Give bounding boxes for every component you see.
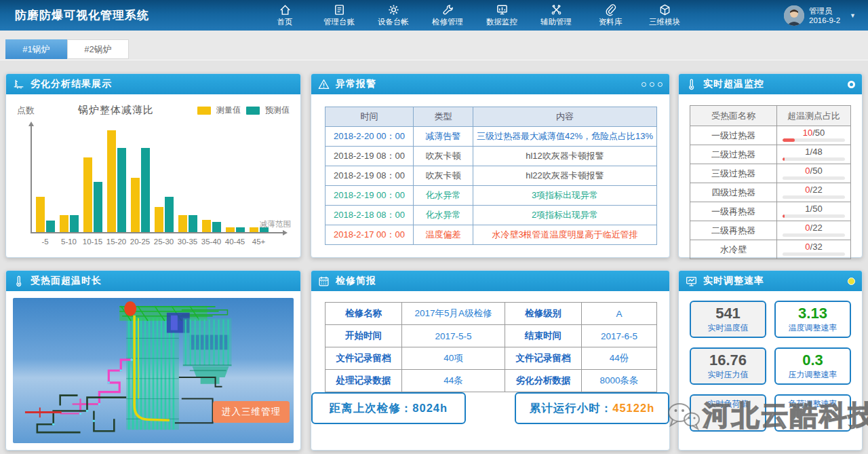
boiler-tabbar: #1锅炉#2锅炉 xyxy=(0,31,868,60)
panel-indicator-dot[interactable] xyxy=(848,278,855,285)
bar-预测值 xyxy=(165,197,174,232)
alarm-table: 时间类型内容 2018-2-20 00：00减薄告警三级过热器最大减薄值42%，… xyxy=(325,107,657,245)
x-tick-label: 40-45 xyxy=(223,238,247,246)
ratio-denominator: /22 xyxy=(810,223,823,233)
maintenance-value: 44条 xyxy=(402,370,505,392)
nav-item-6[interactable]: 辅助管理 xyxy=(529,0,583,31)
bar-预测值 xyxy=(189,215,197,232)
maintenance-value: 2017-6-5 xyxy=(582,325,657,347)
rate-label: 压力调整速率 xyxy=(776,369,850,381)
rate-box-5: 实时负荷值 xyxy=(690,394,766,432)
calendar-icon xyxy=(318,276,330,287)
panel-title: 异常报警 xyxy=(336,78,376,90)
ratio-numerator: 0 xyxy=(805,223,810,233)
gear-icon xyxy=(387,3,400,16)
overtemp-row: 二级再热器0/22 xyxy=(690,221,851,240)
maintenance-value: A xyxy=(582,303,657,325)
top-bar: 防磨防爆可视化管理系统 首页管理台账设备台帐检修管理数据监控辅助管理资料库三维模… xyxy=(0,0,868,31)
enter-3d-button[interactable]: 进入三维管理 xyxy=(213,401,290,423)
nav-item-8[interactable]: 三维模块 xyxy=(637,0,692,31)
stat-button-value: 45122h xyxy=(612,402,654,415)
maintenance-row: 开始时间2017-5-5结束时间2017-6-5 xyxy=(326,325,657,347)
ratio-denominator: /22 xyxy=(810,185,823,195)
panel-options-dots[interactable] xyxy=(642,82,663,87)
nav-item-1[interactable]: 首页 xyxy=(258,0,312,31)
column-header: 时间 xyxy=(326,107,414,127)
bar-预测值 xyxy=(94,182,102,232)
nav-item-label: 三维模块 xyxy=(649,17,680,27)
panel-overtemp-monitor: 实时超温监控 受热面名称超温测点占比 一级过热器10/50二级过热器1/48三级… xyxy=(678,73,863,258)
x-tick-label: 45+ xyxy=(247,238,271,246)
x-axis xyxy=(31,232,285,233)
alarm-cell: hl12吹灰器卡顿报警 xyxy=(473,147,657,166)
alarm-cell: 三级过热器最大减薄值42%，危险点占比13% xyxy=(473,127,657,147)
ratio-text: 1/48 xyxy=(777,146,850,156)
surface-name: 四级过热器 xyxy=(690,183,777,202)
tab-boiler-2[interactable]: #2锅炉 xyxy=(67,39,129,59)
alarm-row: 2018-2-18 08：00化水异常2项指标出现异常 xyxy=(326,206,657,225)
stat-button-2[interactable]: 累计运行小时：45122h xyxy=(515,392,669,424)
user-menu[interactable]: 管理员 2016-9-2 ▼ xyxy=(784,0,856,31)
surface-name: 二级再热器 xyxy=(690,221,777,240)
ratio-numerator: 10 xyxy=(803,128,812,138)
panel-3d-header: 受热面超温时长 xyxy=(6,271,300,291)
bar-group: 15-20 xyxy=(104,124,128,232)
surface-name: 三级过热器 xyxy=(690,164,777,183)
alarm-cell: 水冷壁3根管道温度明显高于临近管排 xyxy=(473,225,657,245)
progress-track xyxy=(783,195,845,199)
ratio-numerator: 0 xyxy=(805,185,810,195)
warning-icon xyxy=(318,79,330,90)
panel-title: 受热面超温时长 xyxy=(31,275,102,287)
column-header: 类型 xyxy=(414,107,473,127)
overtemp-table: 受热面名称超温测点占比 一级过热器10/50二级过热器1/48三级过热器0/50… xyxy=(690,105,851,259)
bar-预测值 xyxy=(236,227,245,232)
maintenance-table: 检修名称2017年5月A级检修检修级别A开始时间2017-5-5结束时间2017… xyxy=(325,302,657,392)
overtemp-row: 水冷壁0/32 xyxy=(690,240,851,259)
bar-测量值 xyxy=(155,207,163,232)
panel-title: 劣化分析结果展示 xyxy=(31,78,112,90)
bar-测量值 xyxy=(202,220,211,232)
rate-label: 负荷调整速率 xyxy=(776,398,850,410)
alarm-cell: 化水异常 xyxy=(414,206,473,225)
rate-value: 541 xyxy=(691,305,765,322)
bar-测量值 xyxy=(250,227,258,232)
panel-realtime-rates: 实时调整速率 541实时温度值3.13温度调整速率16.76实时压力值0.3压力… xyxy=(678,270,863,451)
bar-group: 35-40 xyxy=(199,124,223,232)
bar-预测值 xyxy=(46,221,55,232)
bar-group: 40-45 xyxy=(223,124,247,232)
nav-item-2[interactable]: 管理台账 xyxy=(312,0,366,31)
maintenance-label: 劣化分析数据 xyxy=(505,370,582,392)
repair-wrench-icon xyxy=(441,3,454,16)
nav-item-4[interactable]: 检修管理 xyxy=(420,0,475,31)
maintenance-label: 文件记录留档 xyxy=(326,347,402,370)
nav-item-5[interactable]: 数据监控 xyxy=(475,0,529,31)
chevron-down-icon[interactable]: ▼ xyxy=(850,12,856,19)
ruler-icon xyxy=(13,79,24,90)
panel-indicator-ring[interactable] xyxy=(848,81,855,88)
tab-boiler-1[interactable]: #1锅炉 xyxy=(5,39,67,59)
overtemp-ratio: 1/48 xyxy=(777,145,851,164)
panel-alarms-header: 异常报警 xyxy=(311,74,669,94)
alarm-cell: 吹灰卡顿 xyxy=(414,147,473,166)
chart-title: 锅炉整体减薄比 xyxy=(35,104,197,117)
panel-rates-header: 实时调整速率 xyxy=(679,271,862,291)
avatar xyxy=(784,5,804,26)
nav-item-label: 检修管理 xyxy=(432,17,463,27)
rate-label: 温度调整速率 xyxy=(776,322,850,334)
bar-group: 30-35 xyxy=(176,124,199,232)
progress-track xyxy=(783,252,845,256)
nav-item-3[interactable]: 设备台帐 xyxy=(366,0,420,31)
nav-item-7[interactable]: 资料库 xyxy=(583,0,637,31)
progress-track xyxy=(783,214,845,218)
stat-button-1[interactable]: 距离上次检修：8024h xyxy=(311,392,466,424)
ratio-numerator: 0 xyxy=(805,242,810,252)
alarm-row: 2018-2-19 00：00化水异常3项指标出现异常 xyxy=(326,186,657,206)
thermometer-icon xyxy=(13,276,24,287)
overtemp-ratio: 0/22 xyxy=(777,221,851,240)
progress-track xyxy=(783,157,845,161)
maintenance-value: 2017-5-5 xyxy=(402,325,505,347)
maintenance-row: 文件记录留档40项文件记录留档44份 xyxy=(326,347,657,370)
progress-track xyxy=(783,138,845,142)
panel-degradation-header: 劣化分析结果展示 xyxy=(6,74,300,94)
alarm-cell: hl22吹灰器卡顿报警 xyxy=(473,166,657,186)
